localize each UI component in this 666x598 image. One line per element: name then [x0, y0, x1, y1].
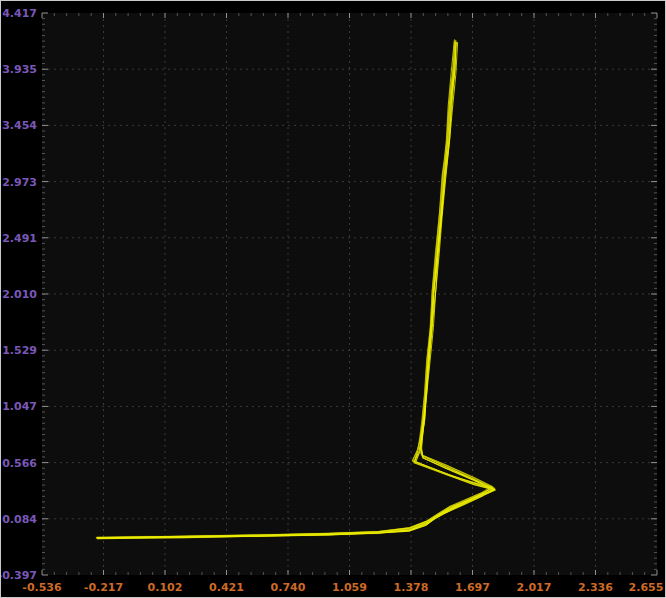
y-tick-label: 1.047 — [2, 400, 37, 413]
x-tick-label: 0.102 — [148, 581, 183, 594]
y-tick-label: 2.010 — [2, 288, 37, 301]
y-tick-label: 0.566 — [2, 457, 37, 470]
y-tick-label: 2.491 — [2, 232, 37, 245]
plot-canvas: 4.4173.9353.4542.9732.4912.0101.5291.047… — [1, 1, 665, 597]
x-tick-label: 1.697 — [455, 581, 490, 594]
y-tick-label: 3.935 — [2, 63, 37, 76]
y-tick-label: 4.417 — [2, 7, 37, 20]
x-tick-label: 2.017 — [517, 581, 552, 594]
x-tick-label: 1.059 — [332, 581, 367, 594]
y-tick-label: 2.973 — [2, 176, 37, 189]
x-tick-label: 0.740 — [271, 581, 306, 594]
y-tick-label: 3.454 — [2, 119, 37, 132]
x-tick-label: -0.217 — [84, 581, 123, 594]
x-tick-label: 2.336 — [578, 581, 613, 594]
x-tick-label: 0.421 — [209, 581, 244, 594]
y-tick-label: 1.529 — [2, 344, 37, 357]
x-tick-label: 2.655 — [629, 581, 664, 594]
x-tick-label: -0.536 — [22, 581, 62, 594]
oscilloscope-xy-window: 4.4173.9353.4542.9732.4912.0101.5291.047… — [0, 0, 666, 598]
x-tick-label: 1.378 — [394, 581, 429, 594]
y-tick-label: 0.084 — [2, 513, 37, 526]
